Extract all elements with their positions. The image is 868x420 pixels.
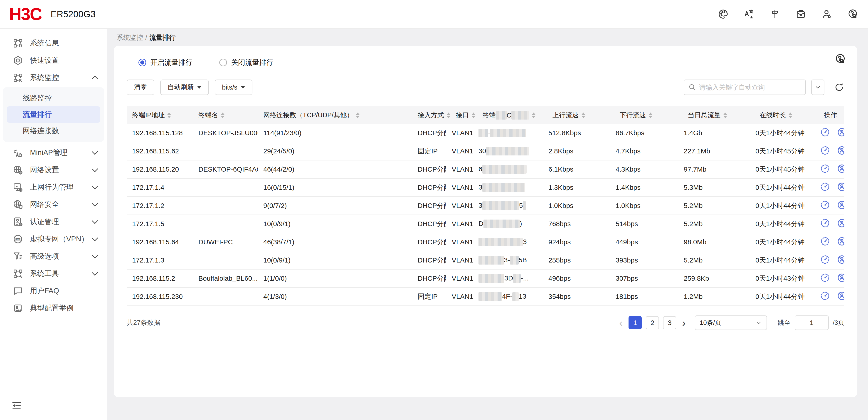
column-header-down[interactable]: 下行流速 [614, 111, 682, 120]
page-size-select[interactable]: 10条/页 [695, 315, 767, 330]
column-header-ip[interactable]: 终端IP地址 [127, 111, 193, 120]
sidebar-item-config-examples[interactable]: 典型配置举例 [0, 300, 107, 317]
unit-dropdown[interactable]: bits/s [215, 80, 252, 95]
column-header-conn[interactable]: 网络连接数（TCP/UDP/其他） [258, 111, 412, 120]
column-header-up[interactable]: 上行流速 [547, 111, 614, 120]
mac-visible-text: 终端 [483, 111, 496, 120]
sidebar-item-network-settings[interactable]: 网络设置 [0, 161, 107, 179]
cell-ip: 192.168.115.20 [127, 165, 193, 173]
table-row: 192.168.115.2Bouffalolab_BL60...1(1/0/0)… [127, 270, 844, 288]
cell-conn: 46(44/2/0) [258, 165, 412, 173]
svg-text:VPN: VPN [17, 239, 20, 240]
guide-icon[interactable] [770, 9, 780, 20]
sidebar-item-quick-setup[interactable]: 快速设置 [0, 52, 107, 69]
sidebar-item-line-monitor[interactable]: 线路监控 [3, 90, 104, 106]
page-button-2[interactable]: 2 [646, 316, 659, 329]
sidebar-item-system-info[interactable]: 系统信息 [0, 34, 107, 52]
rate-limit-icon[interactable] [820, 181, 830, 192]
account-icon[interactable] [821, 9, 832, 20]
sidebar-item-vpn[interactable]: VPN虚拟专网（VPN） [0, 230, 107, 248]
cell-access: 固定IP [412, 292, 446, 301]
refresh-icon[interactable] [834, 82, 844, 92]
cell-port: VLAN1 [446, 165, 473, 173]
cell-ops [814, 200, 844, 212]
column-header-mac[interactable]: 终端C [477, 111, 547, 120]
cell-name: DESKTOP-6QIF4AG [193, 165, 258, 173]
sidebar-item-traffic-ranking[interactable]: 流量排行 [7, 106, 100, 123]
monitor-gear-icon [13, 182, 23, 193]
block-user-icon[interactable] [837, 145, 844, 156]
next-page-arrow[interactable]: › [680, 317, 687, 328]
language-icon[interactable] [744, 9, 754, 20]
prev-page-arrow[interactable]: ‹ [617, 317, 624, 328]
cell-access: DHCP分配 [412, 183, 446, 192]
sidebar-item-label: 上网行为管理 [30, 182, 93, 192]
sidebar-item-miniap-management[interactable]: MiniAP管理 [0, 144, 107, 161]
cell-name: DUWEI-PC [193, 238, 258, 246]
cell-conn: 1(1/0/0) [258, 275, 412, 282]
column-header-access[interactable]: 接入方式 [412, 111, 451, 120]
block-user-icon[interactable] [837, 200, 844, 210]
sidebar-item-auth-management[interactable]: 认证管理 [0, 213, 107, 230]
cell-total: 227.1Mb [678, 147, 750, 155]
breadcrumb-parent[interactable]: 系统监控 [117, 33, 143, 42]
rate-limit-icon[interactable] [820, 236, 830, 247]
radio-disable-ranking[interactable]: 关闭流量排行 [219, 58, 273, 67]
nodes-tools-icon [13, 269, 23, 279]
header-icon-bar [718, 9, 858, 20]
rate-limit-icon[interactable] [820, 291, 830, 301]
page-button-1[interactable]: 1 [628, 316, 642, 329]
cell-port: VLAN1 [446, 238, 473, 246]
block-user-icon[interactable] [837, 127, 844, 138]
rate-limit-icon[interactable] [820, 218, 830, 228]
rate-limit-icon[interactable] [820, 273, 830, 283]
help-icon[interactable] [847, 9, 858, 20]
column-header-name[interactable]: 终端名 [193, 111, 258, 120]
search-filter-dropdown[interactable] [811, 80, 825, 95]
block-user-icon[interactable] [837, 254, 844, 265]
message-icon[interactable] [795, 9, 806, 20]
block-user-icon[interactable] [837, 181, 844, 192]
block-user-icon[interactable] [837, 273, 844, 283]
rate-limit-icon[interactable] [820, 254, 830, 265]
page-size-value: 10条/页 [700, 318, 721, 327]
sidebar-item-system-tools[interactable]: 系统工具 [0, 265, 107, 282]
rate-limit-icon[interactable] [820, 200, 830, 210]
block-user-icon[interactable] [837, 218, 844, 228]
theme-palette-icon[interactable] [718, 9, 728, 20]
sidebar-item-connection-count[interactable]: 网络连接数 [3, 123, 104, 139]
sidebar-item-system-monitor[interactable]: 系统监控 [0, 69, 107, 86]
chevron-down-icon [92, 183, 98, 189]
collapse-sidebar-icon[interactable] [11, 400, 22, 411]
cell-up: 512.8Kbps [543, 129, 610, 137]
cell-port: VLAN1 [446, 147, 473, 155]
block-user-icon[interactable] [837, 163, 844, 174]
page-button-3[interactable]: 3 [663, 316, 676, 329]
sidebar-item-advanced-options[interactable]: 高级选项 [0, 248, 107, 265]
column-header-online[interactable]: 在线时长 [754, 111, 818, 120]
block-user-icon[interactable] [837, 236, 844, 247]
mac-blur-block [490, 129, 526, 137]
rate-limit-icon[interactable] [820, 145, 830, 156]
rate-limit-icon[interactable] [820, 163, 830, 174]
chevron-down-icon [756, 319, 762, 326]
jump-page-input[interactable] [795, 315, 829, 330]
globe-gear-icon [13, 165, 23, 175]
search-input[interactable] [699, 84, 801, 91]
sidebar-item-user-faq[interactable]: 用户FAQ [0, 282, 107, 300]
panel-help-icon[interactable] [834, 53, 846, 64]
sidebar-item-network-security[interactable]: 网络安全 [0, 196, 107, 213]
column-header-total[interactable]: 当日总流量 [682, 111, 754, 120]
mac-visible-text: 5B [519, 256, 527, 263]
auto-refresh-dropdown[interactable]: 自动刷新 [160, 80, 209, 95]
rate-limit-icon[interactable] [820, 127, 830, 138]
sidebar-item-behavior-management[interactable]: 上网行为管理 [0, 179, 107, 196]
cell-port: VLAN1 [446, 129, 473, 137]
column-header-port[interactable]: 接口 [451, 111, 477, 120]
clear-button[interactable]: 清零 [127, 80, 154, 95]
table-row: 192.168.115.6229(24/5/0)固定IPVLAN1302.8Kb… [127, 142, 844, 161]
block-user-icon[interactable] [837, 291, 844, 301]
radio-enable-ranking[interactable]: 开启流量排行 [138, 58, 192, 67]
cell-port: VLAN1 [446, 275, 473, 282]
sidebar: 系统信息快速设置系统监控线路监控流量排行网络连接数MiniAP管理网络设置上网行… [0, 29, 107, 420]
